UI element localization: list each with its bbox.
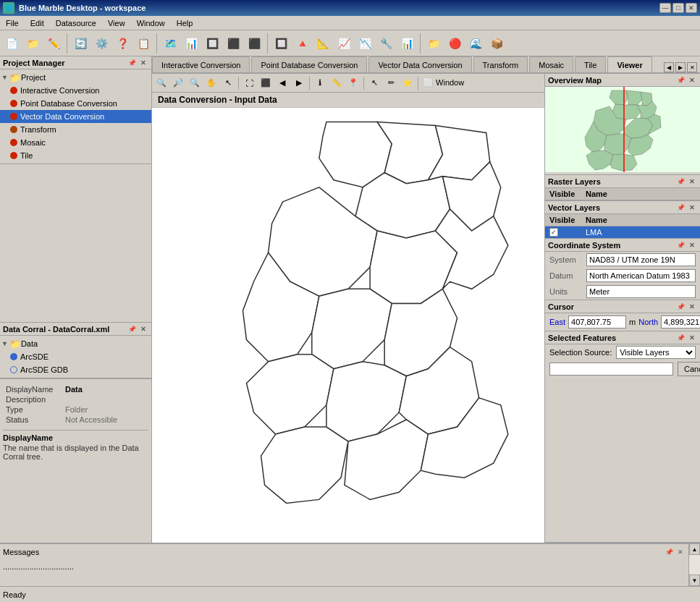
- sel-cancel-button[interactable]: Cancel: [678, 362, 700, 376]
- lma-checkbox[interactable]: [549, 228, 558, 237]
- vector-layer-row[interactable]: LMA: [545, 226, 700, 238]
- measure-button[interactable]: 📏: [329, 75, 345, 91]
- tab-transform[interactable]: Transform: [473, 56, 528, 72]
- menu-file[interactable]: File: [0, 17, 25, 29]
- toolbar-btn-17[interactable]: 📉: [355, 33, 375, 54]
- symbol-button[interactable]: ⭐: [400, 75, 416, 91]
- pin-icon[interactable]: 📌: [127, 58, 137, 68]
- sel-close[interactable]: ✕: [687, 333, 697, 343]
- raster-close[interactable]: ✕: [687, 177, 697, 187]
- toolbar-btn-9[interactable]: 📊: [181, 33, 201, 54]
- toolbar-btn-19[interactable]: 📊: [397, 33, 417, 54]
- tab-interactive[interactable]: Interactive Conversion: [152, 56, 250, 72]
- help-section: DisplayName The name that is displayed i…: [3, 430, 148, 461]
- north-value[interactable]: [661, 315, 700, 328]
- tree-arcsde[interactable]: ArcSDE: [0, 350, 151, 363]
- toolbar-btn-15[interactable]: 📐: [313, 33, 333, 54]
- overview-close[interactable]: ✕: [687, 75, 697, 85]
- tree-item-point-db[interactable]: Point Database Conversion: [0, 97, 151, 110]
- description-value: [65, 395, 146, 404]
- zoom-rect-button[interactable]: 🔎: [170, 75, 186, 91]
- identify-button[interactable]: ℹ: [312, 75, 328, 91]
- menu-view[interactable]: View: [102, 17, 131, 29]
- tab-point-db[interactable]: Point Database Conversion: [251, 56, 367, 72]
- toolbar-btn-10[interactable]: 🔲: [202, 33, 222, 54]
- close-panel-icon[interactable]: ✕: [138, 58, 148, 68]
- pointer-button[interactable]: ↖: [366, 75, 382, 91]
- toolbar-btn-18[interactable]: 🔧: [376, 33, 396, 54]
- toolbar-btn-5[interactable]: ⚙️: [91, 33, 111, 54]
- tree-item-transform[interactable]: Transform: [0, 123, 151, 136]
- map-canvas[interactable]: [152, 108, 544, 543]
- tree-item-interactive[interactable]: Interactive Conversion: [0, 84, 151, 97]
- scroll-up[interactable]: ▲: [689, 543, 700, 555]
- coord-close[interactable]: ✕: [687, 240, 697, 250]
- zoom-in-button[interactable]: 🔍: [153, 75, 169, 91]
- system-value[interactable]: [586, 253, 696, 266]
- zoom-out-button[interactable]: 🔍: [187, 75, 203, 91]
- tab-mosaic[interactable]: Mosaic: [529, 56, 573, 72]
- toolbar-btn-12[interactable]: ⬛: [244, 33, 264, 54]
- maximize-button[interactable]: □: [672, 3, 684, 13]
- toolbar-btn-23[interactable]: 📦: [486, 33, 507, 54]
- tab-next[interactable]: ▶: [675, 62, 686, 72]
- data-corral-close[interactable]: ✕: [138, 324, 148, 334]
- close-button[interactable]: ✕: [686, 3, 697, 13]
- cursor-close[interactable]: ✕: [687, 302, 697, 312]
- zoom-prev-button[interactable]: ◀: [274, 75, 290, 91]
- data-corral-pin[interactable]: 📌: [127, 324, 137, 334]
- overview-pin[interactable]: 📌: [675, 75, 686, 85]
- toolbar-btn-11[interactable]: ⬛: [223, 33, 243, 54]
- new-button[interactable]: 📄: [1, 33, 22, 54]
- draw-button[interactable]: ✏: [383, 75, 399, 91]
- toolbar-btn-20[interactable]: 📁: [423, 33, 444, 54]
- datum-value[interactable]: [586, 269, 696, 282]
- pan-button[interactable]: ✋: [203, 75, 219, 91]
- tab-close[interactable]: ✕: [687, 62, 697, 72]
- messages-pin[interactable]: 📌: [664, 547, 674, 557]
- menu-help[interactable]: Help: [171, 17, 199, 29]
- sel-pin[interactable]: 📌: [675, 333, 686, 343]
- select-button[interactable]: ↖: [220, 75, 236, 91]
- toolbar-btn-4[interactable]: 🔄: [70, 33, 90, 54]
- tree-item-tile[interactable]: Tile: [0, 149, 151, 162]
- menu-window[interactable]: Window: [131, 17, 171, 29]
- tree-item-mosaic[interactable]: Mosaic: [0, 136, 151, 149]
- tree-item-vector[interactable]: Vector Data Conversion: [0, 110, 151, 123]
- open-button[interactable]: 📁: [22, 33, 43, 54]
- tree-arcsde-gdb[interactable]: ArcSDE GDB: [0, 363, 151, 376]
- menu-datasource[interactable]: Datasource: [50, 17, 102, 29]
- zoom-layer-button[interactable]: ⬛: [258, 75, 274, 91]
- messages-close[interactable]: ✕: [675, 547, 686, 557]
- toolbar-btn-8[interactable]: 🗺️: [160, 33, 180, 54]
- toolbar-btn-7[interactable]: 📋: [133, 33, 153, 54]
- tab-tile[interactable]: Tile: [575, 56, 606, 72]
- toolbar-btn-6[interactable]: ❓: [112, 33, 132, 54]
- edit-button[interactable]: ✏️: [43, 33, 64, 54]
- vector-close[interactable]: ✕: [687, 203, 697, 213]
- raster-pin[interactable]: 📌: [675, 177, 686, 187]
- tab-vector[interactable]: Vector Data Conversion: [368, 56, 471, 72]
- toolbar-btn-16[interactable]: 📈: [334, 33, 354, 54]
- east-value[interactable]: [568, 315, 626, 328]
- toolbar-btn-21[interactable]: 🔴: [444, 33, 465, 54]
- cursor-pin[interactable]: 📌: [675, 302, 686, 312]
- toolbar-btn-14[interactable]: 🔺: [292, 33, 312, 54]
- tree-root-project[interactable]: ▼ 📁 Project: [0, 71, 151, 84]
- sel-source-select[interactable]: Visible Layers: [616, 346, 696, 359]
- coord-pin[interactable]: 📌: [675, 240, 686, 250]
- toolbar-btn-13[interactable]: 🔲: [271, 33, 291, 54]
- tree-data-root[interactable]: ▼ 📁 Data: [0, 337, 151, 350]
- sel-search-input[interactable]: [549, 363, 673, 376]
- menu-edit[interactable]: Edit: [25, 17, 50, 29]
- vector-pin[interactable]: 📌: [675, 203, 686, 213]
- zoom-next-button[interactable]: ▶: [291, 75, 307, 91]
- units-value[interactable]: [586, 285, 696, 298]
- toolbar-btn-22[interactable]: 🌊: [465, 33, 486, 54]
- tab-prev[interactable]: ◀: [664, 62, 674, 72]
- zoom-extents-button[interactable]: ⛶: [241, 75, 257, 91]
- coord-button[interactable]: 📍: [345, 75, 361, 91]
- scroll-down[interactable]: ▼: [689, 575, 700, 586]
- tab-viewer[interactable]: Viewer: [607, 56, 651, 72]
- minimize-button[interactable]: —: [659, 3, 671, 13]
